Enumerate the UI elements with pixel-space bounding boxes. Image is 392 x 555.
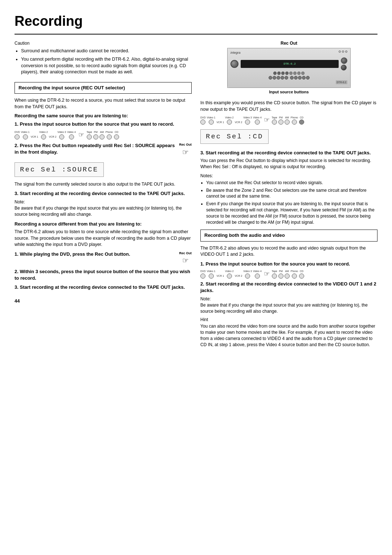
av-src-v3: Video 3: [243, 270, 252, 279]
src-btn-fm-r: FM: [278, 116, 283, 125]
src-btn-phono-r: Phono: [291, 116, 298, 125]
audio-video-box: Recording both the audio and video: [200, 230, 377, 241]
rec-out-hand-2: Rec Out ☞: [179, 142, 192, 157]
step3-left-num: 3.: [15, 191, 19, 196]
rec-out-label: Rec Out: [200, 40, 377, 46]
src-btn-tape: Tape: [87, 130, 92, 139]
device-illustration: integra DTR-6.2: [227, 48, 351, 88]
rec-out-mini-label-2: Rec Out: [179, 142, 192, 147]
diff-step3-container: 3. Start recording at the recording devi…: [15, 284, 192, 291]
rec-out-label-diff1: Rec Out: [179, 251, 192, 256]
av-src-v1: Video 1: [207, 270, 216, 279]
hand-icon-diff1: ☞: [182, 255, 189, 266]
src-btn-am-r: AM: [285, 116, 290, 125]
note-item-1: You cannot use the Rec Out selector to r…: [206, 180, 377, 186]
av-source-buttons: DVD Video 1 VCR 1 Video 2 VCR 2 Video 3 …: [200, 270, 377, 279]
diff-step3-text: Start recording at the recording device …: [20, 284, 185, 290]
diff-step1-num: 1.: [15, 251, 19, 257]
diff-step1-text: While playing the DVD, press the Rec Out…: [20, 251, 130, 257]
note-item-2: Be aware that the Zone 2 and Rec Out sel…: [206, 187, 377, 200]
caution-item-2: You cannot perform digital recording wit…: [21, 56, 192, 76]
src-btn-video3: Video 3: [57, 130, 66, 139]
hint-label: Hint: [200, 317, 377, 323]
step2-text: Press the Rec Out button repeatedly unti…: [15, 143, 175, 155]
rec-out-intro: When using the DTR-6.2 to record a sourc…: [15, 97, 192, 110]
rec-out-selector-box: Recording the input source (REC OUT sele…: [15, 82, 192, 94]
step2-num: 2.: [15, 143, 19, 148]
diff-source-text: The DTR-6.2 allows you to listen to one …: [15, 229, 192, 248]
av-step1-text: Press the input source button for the so…: [205, 261, 350, 267]
src-btn-video2: Video 2: [39, 130, 48, 139]
brand-label: integra: [230, 50, 241, 55]
diff-source-label: Recording a source different from that y…: [15, 221, 192, 228]
src-btn-cd: CD: [114, 130, 119, 139]
notes-list: You cannot use the Rec Out selector to r…: [200, 180, 377, 226]
source-buttons-row-1: DVD Video 1 VCR 1 Video 2 VCR 2 Video 3: [15, 130, 192, 139]
src-btn-v1-r: Video 1: [207, 116, 216, 125]
right-knob-top[interactable]: [341, 57, 347, 64]
av-src-cd: CD: [299, 270, 304, 279]
main-knob[interactable]: [230, 60, 238, 68]
audio-video-intro: The DTR-6.2 also allows you to record th…: [200, 245, 377, 258]
av-src-v4: Video 4: [253, 270, 262, 279]
av-note: Note: Be aware that if you change the in…: [200, 296, 377, 314]
av-step1-container: 1. Press the input source button for the…: [200, 261, 377, 267]
right-column: Rec Out integra DTR-6: [200, 40, 377, 348]
src-btn-tape-r: Tape: [272, 116, 277, 125]
av-src-fm: FM: [278, 270, 283, 279]
av-step2-num: 2.: [200, 281, 204, 287]
step1-num: 1.: [15, 121, 19, 127]
hand-icon-cd: ☞: [264, 116, 270, 125]
caution-item-1: Surround and multichannel audio cannot b…: [21, 48, 192, 54]
av-step1-num: 1.: [200, 261, 204, 267]
hand-icon-1: ☞: [78, 130, 84, 139]
step3-right-text: Start recording at the recording device …: [205, 150, 371, 155]
hand-icon-group-1: ☞: [78, 130, 84, 139]
diff-step2-text: Within 3 seconds, press the input source…: [15, 269, 190, 281]
step2-container: 2. Press the Rec Out button repeatedly u…: [15, 142, 192, 157]
diff-step1-container: 1. While playing the DVD, press the Rec …: [15, 251, 192, 266]
vcr2-label: VCR 2: [49, 135, 57, 139]
hand-icon-2: ☞: [182, 147, 189, 157]
av-src-v2: Video 2: [225, 270, 234, 279]
src-btn-v4-r: Video 4: [253, 116, 262, 125]
diff-step3-num: 3.: [15, 284, 19, 290]
src-btn-video1: Video 1: [21, 130, 30, 139]
step3-right-container: 3. Start recording at the recording devi…: [200, 150, 377, 156]
step1-container: 1. Press the input source button for the…: [15, 121, 192, 127]
step3-right-detail: You can press the Rec Out button to disp…: [200, 158, 377, 170]
av-src-phono: Phono: [291, 270, 298, 279]
caution-list: Surround and multichannel audio cannot b…: [15, 48, 192, 76]
diff-step2-container: 2. Within 3 seconds, press the input sou…: [15, 268, 192, 281]
main-display: DTR-6.2: [241, 60, 339, 68]
right-knob-bottom[interactable]: [341, 65, 347, 70]
vcr1-label: VCR 1: [30, 135, 38, 139]
rec-out-box-title: Recording the input source (REC OUT sele…: [19, 85, 188, 91]
step3-left-container: 3. Start recording at the recording devi…: [15, 190, 192, 197]
right-intro: In this example you would press the CD s…: [200, 100, 377, 113]
src-btn-v3-r: Video 3: [243, 116, 252, 125]
src-btn-fm: FM: [93, 130, 98, 139]
page-title: Recording: [15, 12, 377, 35]
bottom-source-buttons: [230, 76, 347, 80]
rec-out-diagram: Rec Out integra DTR-6: [200, 40, 377, 95]
rec-sel-source-text: Rec Sel :SOURCE: [15, 162, 104, 177]
input-source-label: Input source buttons: [200, 89, 377, 95]
source-buttons-row-cd: DVD Video 1 VCR 1 Video 2 VCR 2 Video 3 …: [200, 116, 377, 125]
page-number: 44: [15, 298, 192, 304]
rec-out-hand-diff1: Rec Out ☞: [179, 251, 192, 266]
audio-video-box-title: Recording both the audio and video: [204, 232, 373, 239]
step3-right-num: 3.: [200, 150, 204, 155]
step3-left-text: Start recording at the recording device …: [20, 191, 185, 196]
note-item-3: Even if you change the input source that…: [206, 201, 377, 225]
src-btn-dvd: DVD: [15, 130, 20, 139]
av-step2-text: Start recording at the recording device …: [200, 281, 376, 293]
hint-text: You can also record the video from one s…: [200, 323, 377, 348]
src-btn-video4: Video 4: [67, 130, 76, 139]
step2-note: The signal from the currently selected s…: [15, 181, 192, 187]
rec-sel-cd-display: Rec Sel :CD: [200, 127, 377, 146]
src-btn-phono: Phono: [106, 130, 113, 139]
src-btn-dvd-r: DVD: [200, 116, 206, 125]
src-btn-cd-r: CD: [299, 116, 304, 125]
hand-icon-av: ☞: [264, 270, 270, 279]
